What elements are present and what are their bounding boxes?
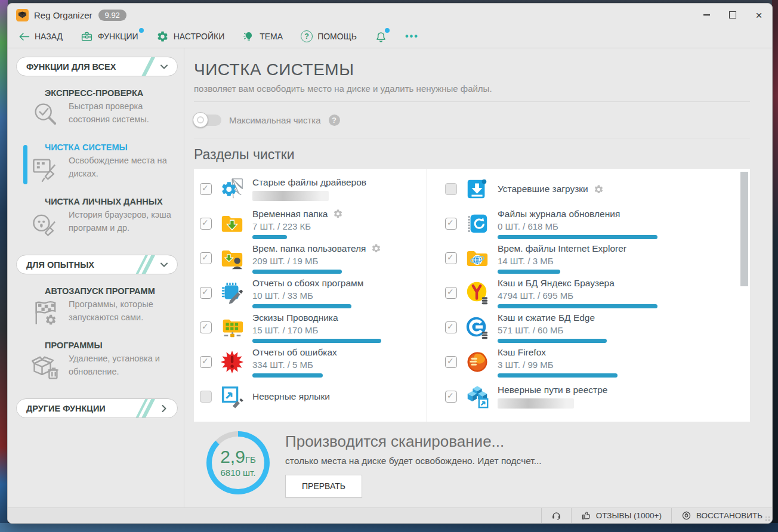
yandex-browser-icon — [464, 280, 490, 306]
sidebar-item-express-check[interactable]: ЭКСПРЕСС-ПРОВЕРКА Быстрая проверка состо… — [17, 88, 178, 131]
window-controls: × — [693, 5, 772, 25]
max-clean-toggle[interactable] — [194, 115, 221, 126]
notification-dot — [385, 28, 390, 33]
sidebar-item-autostart[interactable]: АВТОЗАПУСК ПРОГРАММ Программы, которые з… — [17, 286, 178, 329]
item-settings-gear-icon[interactable] — [371, 243, 381, 253]
sidebar-item-private-data-cleanup[interactable]: ЧИСТКА ЛИЧНЫХ ДАННЫХ История браузеров, … — [17, 197, 178, 239]
cleanup-item-partial[interactable] — [439, 414, 739, 422]
cleanup-item-firefox-cache[interactable]: Кэш Firefox 3 ШТ. / 99 МБ — [439, 345, 739, 379]
page-subtitle: позволяет вам освободить место на диске … — [194, 83, 750, 94]
cleanup-item-user-temp-folder[interactable]: Врем. папка пользователя 209 ШТ. / 19 МБ — [194, 241, 427, 276]
theme-button[interactable]: ТЕМА — [242, 30, 283, 43]
item-checkbox[interactable] — [200, 391, 212, 403]
item-checkbox[interactable] — [445, 218, 457, 230]
cleanup-item-old-downloads[interactable]: Устаревшие загрузки — [439, 172, 739, 206]
resize-grip[interactable] — [763, 514, 770, 521]
back-button[interactable]: НАЗАД — [18, 31, 63, 42]
sidebar-section-other-functions[interactable]: ДРУГИЕ ФУНКЦИИ — [16, 398, 178, 418]
notification-dot — [139, 28, 144, 33]
feedback-button[interactable]: ОТЗЫВЫ (1000+) — [571, 508, 671, 523]
item-checkbox[interactable] — [445, 321, 457, 333]
cleanup-column-right: Устаревшие загрузки Файлы журнала обновл… — [427, 169, 739, 422]
sidebar-item-system-cleanup[interactable]: ЧИСТКА СИСТЕМЫ Освобождение места на дис… — [17, 143, 178, 185]
cleanup-item-explorer-thumbnails[interactable]: Эскизы Проводника 15 ШТ. / 170 МБ — [194, 310, 427, 345]
chevron-down-icon — [158, 259, 170, 271]
item-checkbox[interactable] — [200, 287, 212, 299]
cleanup-sections-title: Разделы чистки — [194, 147, 750, 163]
help-button[interactable]: ПОМОЩЬ — [301, 30, 357, 42]
help-circle-icon[interactable] — [329, 115, 340, 126]
scan-file-count: 6810 шт. — [221, 468, 256, 478]
size-bar — [252, 373, 323, 378]
app-window: Reg Organizer 9.92 × НАЗАД ФУНКЦИИ НАСТР… — [7, 3, 773, 524]
restore-icon — [681, 511, 691, 521]
item-checkbox[interactable] — [445, 391, 457, 403]
user-temp-folder-icon — [219, 245, 245, 271]
headset-icon — [551, 511, 561, 521]
page-title: ЧИСТКА СИСТЕМЫ — [194, 60, 750, 79]
list-scrollbar[interactable] — [739, 169, 750, 422]
back-arrow-icon — [18, 31, 30, 42]
old-downloads-icon — [464, 176, 490, 202]
item-checkbox[interactable] — [200, 321, 212, 333]
cleanup-item-invalid-registry-paths[interactable]: Неверные пути в реестре — [439, 379, 739, 414]
cleanup-item-old-drivers[interactable]: Старые файлы драйверов — [194, 172, 427, 206]
size-bar — [252, 235, 287, 239]
size-bar — [498, 270, 560, 274]
ellipsis-icon — [405, 31, 419, 42]
item-settings-gear-icon[interactable] — [333, 209, 343, 219]
sidebar: ФУНКЦИИ ДЛЯ ВСЕХ ЭКСПРЕСС-ПРОВЕРКА Быстр… — [8, 48, 184, 508]
chevron-down-icon — [158, 61, 170, 73]
briefcase-icon — [81, 30, 93, 43]
functions-menu-button[interactable]: ФУНКЦИИ — [81, 30, 138, 43]
invalid-shortcuts-icon — [219, 383, 245, 410]
cleanup-item-invalid-shortcuts[interactable]: Неверные ярлыки — [194, 379, 427, 414]
cleanup-item-edge-cache[interactable]: Кэш и сжатие БД Edge 571 ШТ. / 60 МБ — [439, 310, 739, 345]
notifications-button[interactable] — [375, 30, 387, 43]
error-reports-icon — [219, 349, 245, 375]
item-checkbox[interactable] — [445, 356, 457, 368]
scanning-placeholder — [252, 191, 329, 201]
support-button[interactable] — [541, 508, 571, 523]
item-checkbox[interactable] — [445, 252, 457, 264]
cleanup-list: Старые файлы драйверов Временная папка — [194, 169, 750, 422]
main-content: ЧИСТКА СИСТЕМЫ позволяет вам освободить … — [184, 48, 772, 508]
item-checkbox[interactable] — [200, 218, 212, 230]
scanning-placeholder — [498, 398, 574, 409]
cleanup-item-update-logs[interactable]: Файлы журнала обновления 0 ШТ. / 618 МБ — [439, 206, 739, 241]
sidebar-section-functions-for-all[interactable]: ФУНКЦИИ ДЛЯ ВСЕХ — [16, 57, 178, 76]
cleanup-item-partial[interactable] — [194, 414, 427, 422]
close-button[interactable]: × — [746, 5, 772, 25]
size-bar — [498, 235, 657, 239]
cleanup-item-ie-temp-files[interactable]: Врем. файлы Internet Explorer 14 ШТ. / 3… — [439, 241, 739, 276]
restore-button[interactable]: ВОССТАНОВИТЬ — [671, 508, 772, 523]
item-settings-gear-icon[interactable] — [594, 184, 604, 194]
maximize-button[interactable] — [720, 5, 746, 25]
settings-button[interactable]: НАСТРОЙКИ — [156, 30, 225, 43]
item-checkbox[interactable] — [445, 183, 457, 195]
more-menu-button[interactable] — [405, 31, 419, 42]
cleanup-item-error-reports[interactable]: Отчеты об ошибках 334 ШТ. / 5 МБ — [194, 345, 427, 379]
sidebar-section-for-experienced[interactable]: ДЛЯ ОПЫТНЫХ — [16, 255, 178, 274]
statusbar: ОТЗЫВЫ (1000+) ВОССТАНОВИТЬ — [8, 508, 772, 523]
cancel-scan-button[interactable]: ПРЕРВАТЬ — [285, 475, 362, 497]
ie-temp-files-icon — [464, 245, 490, 271]
gear-icon — [156, 30, 169, 43]
cleanup-item-temp-folder[interactable]: Временная папка 7 ШТ. / 223 КБ — [194, 206, 427, 241]
driver-files-icon — [219, 176, 245, 202]
folder-icon — [219, 418, 245, 422]
item-checkbox[interactable] — [200, 183, 212, 195]
item-checkbox[interactable] — [200, 356, 212, 368]
cleanup-item-yandex-cache[interactable]: Кэш и БД Яндекс Браузера 4794 ШТ. / 695 … — [439, 276, 739, 310]
item-checkbox[interactable] — [200, 252, 212, 264]
scrollbar-thumb[interactable] — [740, 172, 748, 286]
cleanup-item-crash-reports[interactable]: Отчеты о сбоях программ 10 ШТ. / 33 МБ — [194, 276, 427, 310]
edge-browser-icon — [464, 314, 490, 341]
question-circle-icon — [301, 30, 313, 42]
app-logo-icon — [16, 9, 29, 21]
size-bar — [498, 339, 607, 343]
toggle-label: Максимальная чистка — [229, 115, 321, 125]
sidebar-item-programs[interactable]: ПРОГРАММЫ Удаление, установка и обновлен… — [17, 341, 178, 383]
item-checkbox[interactable] — [445, 287, 457, 299]
minimize-button[interactable] — [693, 5, 720, 25]
